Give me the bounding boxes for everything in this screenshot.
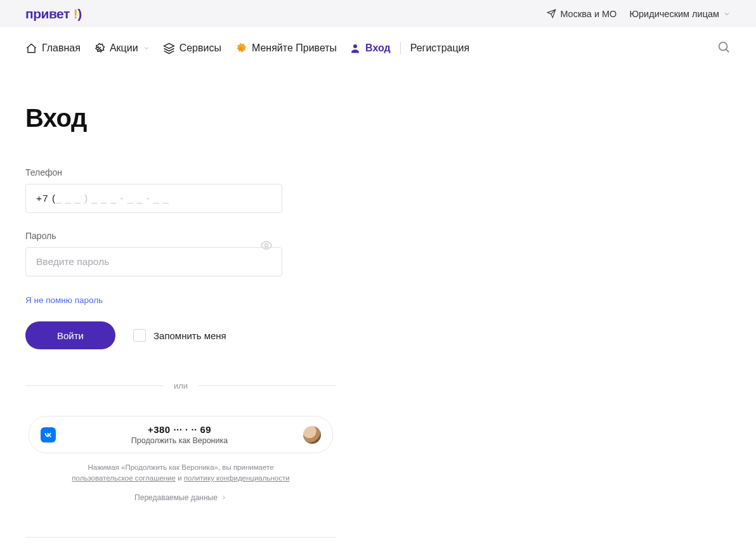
or-text: или [174, 381, 188, 391]
vk-continue-label: Продолжить как Вероника [65, 436, 294, 445]
nav-register[interactable]: Регистрация [410, 42, 470, 54]
svg-point-7 [265, 244, 268, 247]
coin-icon: п [234, 42, 247, 55]
page-title: Вход [25, 104, 731, 132]
chevron-down-icon [723, 10, 731, 18]
business-label: Юридическим лицам [629, 9, 719, 19]
phone-input[interactable]: +7 ( _ _ _ ) _ _ _ - _ _ - _ _ [25, 184, 282, 213]
phone-prefix: +7 ( [36, 193, 56, 204]
toggle-password-visibility[interactable] [260, 239, 273, 254]
svg-text:п: п [239, 46, 242, 51]
logo[interactable]: привет !) [25, 6, 82, 22]
avatar [303, 426, 321, 444]
vk-phone: +380 ··· · ·· 69 [65, 424, 294, 435]
nav-promo-label: Акции [110, 42, 138, 54]
tos-link[interactable]: пользовательское соглашение [72, 474, 176, 482]
svg-point-4 [353, 44, 357, 48]
main-nav: Главная Акции Сервисы п Меняйте Приветы [0, 27, 756, 69]
layers-icon [163, 42, 175, 55]
business-link[interactable]: Юридическим лицам [629, 9, 731, 19]
svg-point-0 [98, 46, 99, 48]
vk-legal-text: Нажимая «Продолжить как Вероника», вы пр… [29, 462, 333, 484]
password-label: Пароль [25, 231, 336, 241]
legal-pre: Нажимая «Продолжить как Вероника», вы пр… [88, 463, 273, 471]
logo-exclaim: !) [74, 6, 82, 22]
passed-data-label: Передаваемые данные [134, 493, 218, 502]
location-selector[interactable]: Москва и МО [547, 9, 616, 19]
svg-line-6 [726, 49, 729, 52]
remember-checkbox[interactable] [133, 329, 146, 342]
home-icon [25, 42, 37, 55]
user-icon [349, 42, 361, 54]
nav-promo[interactable]: Акции [93, 42, 150, 55]
phone-label: Телефон [25, 167, 336, 178]
nav-register-label: Регистрация [410, 42, 470, 54]
search-icon [717, 40, 731, 54]
discount-icon [93, 42, 105, 55]
privacy-link[interactable]: политику конфиденциальности [184, 474, 290, 482]
svg-point-5 [719, 42, 727, 51]
eye-icon [260, 239, 273, 252]
nav-login[interactable]: Вход [349, 42, 391, 54]
nav-services[interactable]: Сервисы [163, 42, 221, 55]
legal-and: и [178, 474, 181, 482]
chevron-right-icon [221, 494, 227, 501]
logo-text: привет [25, 6, 70, 22]
remember-label: Запомнить меня [153, 330, 226, 341]
location-label: Москва и МО [560, 9, 616, 19]
search-button[interactable] [717, 40, 731, 56]
chevron-down-icon [143, 44, 150, 52]
vk-continue-button[interactable]: +380 ··· · ·· 69 Продолжить как Вероника [29, 416, 333, 453]
divider [25, 385, 164, 386]
forgot-password-link[interactable]: Я не помню пароль [25, 295, 103, 305]
nav-services-label: Сервисы [179, 42, 221, 54]
nav-login-label: Вход [365, 42, 391, 54]
phone-mask-placeholder: _ _ _ ) _ _ _ - _ _ - _ _ [56, 193, 169, 204]
login-form: Телефон +7 ( _ _ _ ) _ _ _ - _ _ - _ _ П… [25, 167, 336, 549]
remember-me[interactable]: Запомнить меня [133, 329, 226, 342]
divider [198, 385, 336, 386]
divider [25, 537, 336, 538]
location-icon [547, 9, 556, 18]
submit-button[interactable]: Войти [25, 321, 115, 349]
svg-point-1 [100, 49, 101, 50]
svg-marker-2 [164, 43, 174, 48]
password-input[interactable] [25, 247, 282, 276]
passed-data-link[interactable]: Передаваемые данные [29, 493, 333, 502]
or-separator: или [25, 381, 336, 391]
utility-bar: привет !) Москва и МО Юридическим лицам [0, 0, 756, 27]
nav-home-label: Главная [42, 42, 81, 54]
nav-home[interactable]: Главная [25, 42, 81, 55]
nav-exchange[interactable]: п Меняйте Приветы [234, 42, 337, 55]
nav-exchange-label: Меняйте Приветы [252, 42, 337, 54]
vk-icon [41, 427, 56, 442]
nav-separator [400, 42, 401, 55]
